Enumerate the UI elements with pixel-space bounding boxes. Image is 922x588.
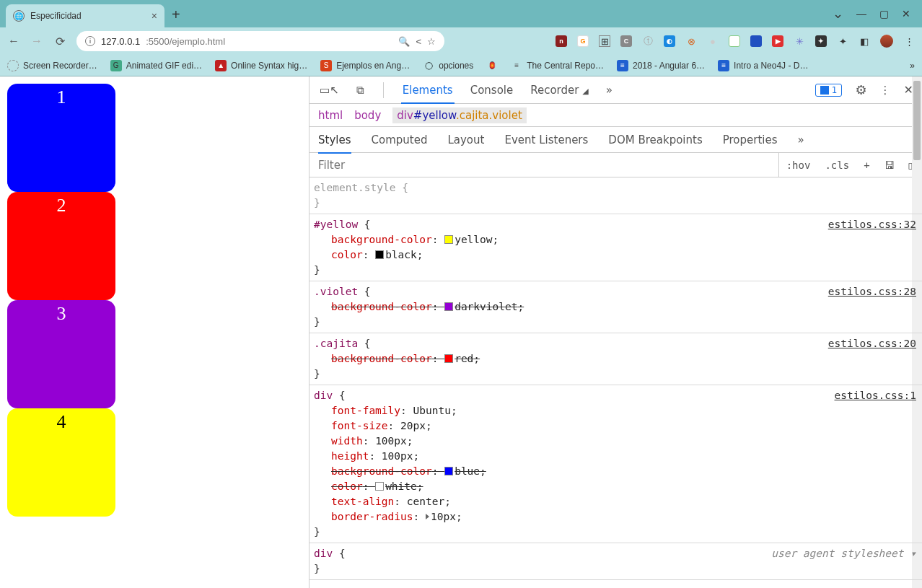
- globe-icon: 🌐: [13, 10, 25, 22]
- subtab-computed[interactable]: Computed: [372, 133, 428, 146]
- inspect-icon[interactable]: ▭↖: [318, 84, 341, 97]
- css-rule[interactable]: estilos.css:20.cajita {background-color:…: [309, 333, 922, 385]
- rule-source[interactable]: user agent stylesheet ▾: [771, 546, 916, 561]
- tab-elements[interactable]: Elements: [401, 84, 455, 104]
- ext-icon[interactable]: ●: [707, 35, 719, 47]
- minimize-icon[interactable]: —: [856, 8, 866, 19]
- demo-box: 4: [7, 408, 115, 517]
- new-rule-button[interactable]: +: [856, 159, 877, 171]
- css-rule[interactable]: estilos.css:32#yellow {background-color:…: [309, 214, 922, 281]
- extensions-icon[interactable]: ✦: [837, 35, 848, 47]
- url-input[interactable]: i 127.0.0.1:5500/ejemplo.html 🔍 < ☆: [76, 31, 444, 51]
- subtabs-overflow[interactable]: »: [798, 133, 804, 146]
- zoom-icon[interactable]: 🔍: [398, 36, 410, 47]
- star-icon[interactable]: ☆: [427, 36, 436, 47]
- chat-icon: [820, 86, 829, 95]
- breadcrumb-html[interactable]: html: [318, 109, 343, 122]
- devtools-panel: ▭↖ ⧉ Elements Console Recorder ◢ » 1 ⚙ ⋮…: [309, 76, 922, 588]
- ext-icon[interactable]: C: [620, 35, 632, 47]
- css-rule[interactable]: estilos.css:28.violet {background-color:…: [309, 281, 922, 333]
- bookmark-item[interactable]: SEjemplos en Ang…: [320, 60, 410, 71]
- back-button[interactable]: ←: [7, 35, 20, 48]
- tab-console[interactable]: Console: [469, 84, 515, 97]
- share-icon[interactable]: <: [416, 36, 421, 47]
- demo-box: 1: [7, 84, 115, 192]
- css-rule[interactable]: user agent stylesheet ▾div {}: [309, 543, 922, 580]
- rule-source[interactable]: estilos.css:28: [828, 284, 916, 299]
- browser-tab[interactable]: 🌐 Especificidad ×: [6, 4, 164, 27]
- dom-breadcrumb[interactable]: html body div#yellow.cajita.violet: [309, 104, 922, 127]
- kebab-icon[interactable]: ⋮: [880, 84, 891, 97]
- subtab-layout[interactable]: Layout: [447, 133, 484, 146]
- computed-toggle-icon[interactable]: 🖫: [877, 159, 902, 171]
- ext-icon[interactable]: n: [556, 35, 567, 47]
- tabs-overflow[interactable]: »: [605, 84, 614, 97]
- hov-toggle[interactable]: :hov: [779, 159, 818, 171]
- sidepanel-icon[interactable]: ◧: [859, 35, 870, 47]
- demo-box: 2: [7, 192, 115, 300]
- bookmark-item[interactable]: ≡The Central Repo…: [511, 60, 604, 71]
- subtab-eventlisteners[interactable]: Event Listeners: [504, 133, 588, 146]
- address-bar: ← → ⟳ i 127.0.0.1:5500/ejemplo.html 🔍 < …: [0, 27, 922, 55]
- bookmark-item[interactable]: ▲Online Syntax hig…: [215, 60, 307, 71]
- breadcrumb-selected[interactable]: div#yellow.cajita.violet: [392, 107, 527, 123]
- ext-icon[interactable]: G: [577, 35, 589, 47]
- ext-icon[interactable]: [750, 35, 762, 47]
- bookmark-item[interactable]: ≡2018 - Angular 6…: [617, 60, 705, 71]
- url-path: :5500/ejemplo.html: [146, 36, 225, 47]
- bookmark-item[interactable]: GAnimated GIF edi…: [110, 60, 202, 71]
- cls-toggle[interactable]: .cls: [817, 159, 856, 171]
- demo-box: 3: [7, 300, 115, 408]
- rule-source[interactable]: estilos.css:1: [835, 388, 917, 403]
- page-content: 1234: [0, 76, 309, 588]
- subtab-styles[interactable]: Styles: [318, 133, 351, 154]
- window-controls: ⌄ — ▢ ✕: [833, 6, 910, 22]
- element-style-rule[interactable]: element.style { }: [309, 177, 922, 214]
- device-icon[interactable]: ⧉: [355, 84, 366, 97]
- browser-titlebar: 🌐 Especificidad × + ⌄ — ▢ ✕: [0, 0, 922, 27]
- subtab-dombreakpoints[interactable]: DOM Breakpoints: [608, 133, 702, 146]
- bookmarks-overflow[interactable]: »: [910, 61, 915, 71]
- gear-icon[interactable]: ⚙: [855, 82, 866, 97]
- extension-icons: n G ⊞ C ⓣ ◐ ⊗ ● ≡ ▶ ✳ ✦ ✦ ◧ ⋮: [556, 35, 915, 48]
- ext-icon[interactable]: ⓣ: [642, 35, 654, 47]
- reload-button[interactable]: ⟳: [53, 35, 66, 48]
- menu-icon[interactable]: ⋮: [903, 35, 915, 47]
- maximize-icon[interactable]: ▢: [879, 8, 889, 19]
- bookmark-item[interactable]: ≡Intro a Neo4J - D…: [718, 60, 808, 71]
- ext-icon[interactable]: ✳: [794, 35, 805, 47]
- tab-title: Especificidad: [30, 11, 82, 21]
- styles-filterbar: :hov .cls + 🖫 ◨: [309, 153, 922, 177]
- ext-icon[interactable]: ⊞: [599, 35, 610, 47]
- ext-icon[interactable]: ◐: [664, 35, 675, 47]
- profile-avatar[interactable]: [880, 35, 893, 48]
- ext-icon[interactable]: ⊗: [685, 35, 697, 47]
- styles-subtabs: Styles Computed Layout Event Listeners D…: [309, 127, 922, 153]
- css-rule[interactable]: estilos.css:1div {font-family: Ubuntu;fo…: [309, 385, 922, 543]
- ext-icon[interactable]: ✦: [815, 35, 827, 47]
- tab-recorder[interactable]: Recorder ◢: [529, 84, 589, 97]
- rule-source[interactable]: estilos.css:32: [828, 217, 916, 232]
- url-host: 127.0.0.1: [101, 36, 140, 47]
- bookmarks-bar: Screen Recorder… GAnimated GIF edi… ▲Onl…: [0, 55, 922, 76]
- breadcrumb-body[interactable]: body: [354, 109, 381, 122]
- bookmark-item[interactable]: ◯opciones: [423, 60, 473, 71]
- close-tab-icon[interactable]: ×: [152, 10, 157, 22]
- chevron-down-icon[interactable]: ⌄: [833, 6, 843, 22]
- forward-button[interactable]: →: [30, 35, 43, 48]
- styles-filter-input[interactable]: [309, 159, 778, 172]
- rule-source[interactable]: estilos.css:20: [828, 336, 916, 351]
- site-info-icon[interactable]: i: [85, 36, 95, 46]
- ext-icon[interactable]: ≡: [729, 35, 740, 47]
- styles-pane[interactable]: element.style { } estilos.css:32#yellow …: [309, 177, 922, 588]
- devtools-toolbar: ▭↖ ⧉ Elements Console Recorder ◢ » 1 ⚙ ⋮…: [309, 76, 922, 104]
- subtab-properties[interactable]: Properties: [723, 133, 778, 146]
- bookmark-item[interactable]: Screen Recorder…: [7, 60, 97, 71]
- issues-badge[interactable]: 1: [815, 84, 843, 97]
- close-window-icon[interactable]: ✕: [902, 8, 910, 19]
- new-tab-button[interactable]: +: [172, 6, 180, 23]
- ext-icon[interactable]: ▶: [772, 35, 783, 47]
- bookmark-item[interactable]: 🏮: [486, 60, 498, 71]
